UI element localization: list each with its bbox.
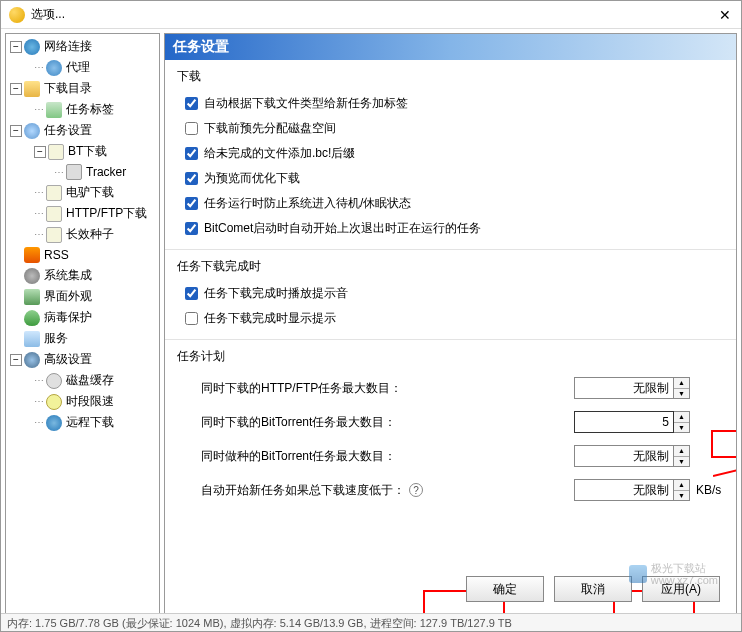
shield-icon xyxy=(24,310,40,326)
tree-label: 界面外观 xyxy=(44,288,92,305)
disk-icon xyxy=(46,373,62,389)
tree-network[interactable]: − 网络连接 xyxy=(6,36,159,57)
window-title: 选项... xyxy=(31,6,65,23)
close-button[interactable]: ✕ xyxy=(715,5,735,25)
ok-button[interactable]: 确定 xyxy=(466,576,544,602)
chk-preview[interactable] xyxy=(185,172,198,185)
tree-advanced[interactable]: − 高级设置 xyxy=(6,349,159,370)
tree-tasksettings[interactable]: − 任务设置 xyxy=(6,120,159,141)
tree-label: 高级设置 xyxy=(44,351,92,368)
chk-autostart[interactable] xyxy=(185,222,198,235)
tree-label: 任务设置 xyxy=(44,122,92,139)
tree-label: 远程下载 xyxy=(66,414,114,431)
spin-up-icon[interactable]: ▲ xyxy=(674,378,689,389)
field-http-max-input[interactable] xyxy=(574,377,674,399)
section-download-label: 下载 xyxy=(177,68,724,85)
chk-label: 给未完成的文件添加.bc!后缀 xyxy=(204,145,355,162)
globe-icon xyxy=(24,39,40,55)
advanced-icon xyxy=(24,352,40,368)
tree-label: 电驴下载 xyxy=(66,184,114,201)
collapse-icon[interactable]: − xyxy=(10,354,22,366)
tree-label: 长效种子 xyxy=(66,226,114,243)
collapse-icon[interactable]: − xyxy=(10,125,22,137)
spin-up-icon[interactable]: ▲ xyxy=(674,480,689,491)
tag-icon xyxy=(46,102,62,118)
rss-icon xyxy=(24,247,40,263)
tree-httpftp[interactable]: ⋯ HTTP/FTP下载 xyxy=(6,203,159,224)
chk-label: 自动根据下载文件类型给新任务加标签 xyxy=(204,95,408,112)
spin-down-icon[interactable]: ▼ xyxy=(674,457,689,467)
tree-rss[interactable]: RSS xyxy=(6,245,159,265)
tree-label: BT下载 xyxy=(68,143,107,160)
tree-service[interactable]: 服务 xyxy=(6,328,159,349)
folder-icon xyxy=(24,81,40,97)
page-icon xyxy=(48,144,64,160)
tree-label: 系统集成 xyxy=(44,267,92,284)
collapse-icon[interactable]: − xyxy=(10,41,22,53)
tasks-icon xyxy=(24,123,40,139)
tree-tasktag[interactable]: ⋯ 任务标签 xyxy=(6,99,159,120)
spin-up-icon[interactable]: ▲ xyxy=(674,446,689,457)
tree-timelimit[interactable]: ⋯ 时段限速 xyxy=(6,391,159,412)
spinner[interactable]: ▲▼ xyxy=(674,377,690,399)
tree-longseed[interactable]: ⋯ 长效种子 xyxy=(6,224,159,245)
tree-skin[interactable]: 界面外观 xyxy=(6,286,159,307)
chk-label: 任务下载完成时播放提示音 xyxy=(204,285,348,302)
content-title: 任务设置 xyxy=(165,34,736,60)
tree-label: RSS xyxy=(44,248,69,262)
chk-sound[interactable] xyxy=(185,287,198,300)
page-icon xyxy=(46,206,62,222)
chk-tip[interactable] xyxy=(185,312,198,325)
spin-up-icon[interactable]: ▲ xyxy=(674,412,689,423)
chk-bcext[interactable] xyxy=(185,147,198,160)
field-bt-max-input[interactable] xyxy=(574,411,674,433)
app-icon xyxy=(9,7,25,23)
tree-cache[interactable]: ⋯ 磁盘缓存 xyxy=(6,370,159,391)
tree-label: Tracker xyxy=(86,165,126,179)
unit-kbs: KB/s xyxy=(696,483,724,497)
section-plan-label: 任务计划 xyxy=(177,348,724,365)
field-seed-max-label: 同时做种的BitTorrent任务最大数目： xyxy=(201,448,396,465)
clock-icon xyxy=(46,394,62,410)
section-completion-label: 任务下载完成时 xyxy=(177,258,724,275)
tree-label: 网络连接 xyxy=(44,38,92,55)
collapse-icon[interactable]: − xyxy=(10,83,22,95)
tree-label: 时段限速 xyxy=(66,393,114,410)
tree-label: 代理 xyxy=(66,59,90,76)
tracker-icon xyxy=(66,164,82,180)
tree-integration[interactable]: 系统集成 xyxy=(6,265,159,286)
apply-button[interactable]: 应用(A) xyxy=(642,576,720,602)
chk-prealloc[interactable] xyxy=(185,122,198,135)
field-autostart-speed-label: 自动开始新任务如果总下载速度低于： xyxy=(201,482,405,499)
spin-down-icon[interactable]: ▼ xyxy=(674,389,689,399)
field-autostart-speed-input[interactable] xyxy=(574,479,674,501)
tree-proxy[interactable]: ⋯ 代理 xyxy=(6,57,159,78)
tree-virus[interactable]: 病毒保护 xyxy=(6,307,159,328)
spin-down-icon[interactable]: ▼ xyxy=(674,491,689,501)
cancel-button[interactable]: 取消 xyxy=(554,576,632,602)
spinner[interactable]: ▲▼ xyxy=(674,411,690,433)
field-seed-max-input[interactable] xyxy=(574,445,674,467)
info-icon[interactable]: ? xyxy=(409,483,423,497)
collapse-icon[interactable]: − xyxy=(34,146,46,158)
spin-down-icon[interactable]: ▼ xyxy=(674,423,689,433)
tree-emule[interactable]: ⋯ 电驴下载 xyxy=(6,182,159,203)
field-http-max-label: 同时下载的HTTP/FTP任务最大数目： xyxy=(201,380,402,397)
chk-label: BitComet启动时自动开始上次退出时正在运行的任务 xyxy=(204,220,481,237)
content-panel: 任务设置 下载 自动根据下载文件类型给新任务加标签 下载前预先分配磁盘空间 给未… xyxy=(164,33,737,615)
tree-label: 任务标签 xyxy=(66,101,114,118)
spinner[interactable]: ▲▼ xyxy=(674,445,690,467)
chk-nosleep[interactable] xyxy=(185,197,198,210)
tree-btdownload[interactable]: − BT下载 xyxy=(6,141,159,162)
tree-tracker[interactable]: ⋯ Tracker xyxy=(6,162,159,182)
tree-remote[interactable]: ⋯ 远程下载 xyxy=(6,412,159,433)
spinner[interactable]: ▲▼ xyxy=(674,479,690,501)
chk-autotag[interactable] xyxy=(185,97,198,110)
chk-label: 任务运行时防止系统进入待机/休眠状态 xyxy=(204,195,411,212)
service-icon xyxy=(24,331,40,347)
chk-label: 下载前预先分配磁盘空间 xyxy=(204,120,336,137)
tree-downloaddir[interactable]: − 下载目录 xyxy=(6,78,159,99)
titlebar: 选项... ✕ xyxy=(1,1,741,29)
status-bar: 内存: 1.75 GB/7.78 GB (最少保证: 1024 MB), 虚拟内… xyxy=(1,613,741,631)
remote-icon xyxy=(46,415,62,431)
